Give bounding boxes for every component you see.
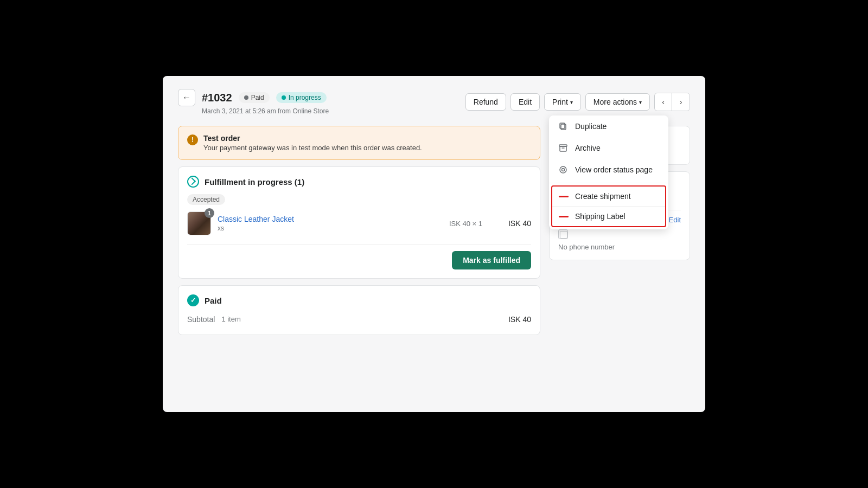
- screen-wrapper: ← #1032 Paid In progress March 3, 2021 a…: [0, 0, 868, 488]
- product-variant: xs: [218, 224, 294, 232]
- header-left: ← #1032 Paid In progress: [178, 89, 329, 106]
- alert-content: Test order Your payment gateway was in t…: [203, 134, 422, 152]
- nav-next-button[interactable]: ›: [672, 93, 690, 111]
- nav-prev-button[interactable]: ‹: [655, 93, 672, 111]
- product-price-total: ISK 40: [508, 219, 531, 228]
- dropdown-archive[interactable]: Archive: [549, 137, 668, 159]
- archive-icon: [558, 143, 569, 153]
- edit-button[interactable]: Edit: [510, 93, 540, 111]
- fulfillment-progress-icon: [187, 176, 199, 188]
- product-name-link[interactable]: Classic Leather Jacket: [218, 215, 294, 223]
- paid-label: Paid: [251, 94, 264, 101]
- paid-dot: [244, 95, 248, 100]
- shipping-label-icon: [559, 216, 569, 217]
- subtotal-qty: 1 item: [221, 315, 240, 324]
- product-info: Classic Leather Jacket xs: [218, 215, 294, 232]
- fulfillment-header: Fulfillment in progress (1): [187, 176, 531, 188]
- order-number: #1032: [202, 92, 232, 104]
- alert-icon: !: [187, 134, 198, 145]
- dropdown-create-shipment[interactable]: Create shipment: [552, 187, 665, 206]
- alert-text: Your payment gateway was in test mode wh…: [203, 144, 422, 152]
- inprogress-label: In progress: [289, 94, 321, 101]
- dropdown-shipping-label[interactable]: Shipping Label: [552, 207, 665, 226]
- more-actions-button[interactable]: More actions ▾: [585, 93, 650, 111]
- page-header: ← #1032 Paid In progress March 3, 2021 a…: [178, 89, 690, 115]
- dropdown-menu: Duplicate Archive: [549, 115, 668, 229]
- refund-button[interactable]: Refund: [465, 93, 506, 111]
- mark-fulfilled-button[interactable]: Mark as fulfilled: [452, 251, 531, 269]
- badge-inprogress: In progress: [276, 92, 327, 103]
- alert-banner: ! Test order Your payment gateway was in…: [178, 126, 540, 160]
- dropdown-divider: [549, 183, 668, 183]
- badge-paid: Paid: [239, 92, 270, 103]
- svg-point-3: [560, 166, 566, 173]
- quantity-badge: 1: [205, 208, 214, 218]
- print-label: Print: [552, 98, 568, 106]
- product-thumb-wrap: 1: [187, 211, 211, 235]
- alert-title: Test order: [203, 134, 422, 143]
- back-button[interactable]: ←: [178, 89, 195, 106]
- archive-label: Archive: [575, 144, 601, 152]
- fulfillment-title: Fulfillment in progress (1): [205, 177, 304, 187]
- dropdown-duplicate[interactable]: Duplicate: [549, 115, 668, 137]
- paid-title: Paid: [205, 296, 222, 305]
- print-chevron-icon: ▾: [570, 99, 573, 105]
- svg-point-4: [562, 169, 565, 171]
- contact-edit-button[interactable]: Edit: [669, 216, 681, 224]
- print-button[interactable]: Print ▾: [544, 93, 581, 111]
- order-date: March 3, 2021 at 5:26 am from Online Sto…: [202, 107, 329, 115]
- paid-subtotal-row: Subtotal 1 item ISK 40: [187, 313, 531, 326]
- nav-buttons: ‹ ›: [654, 93, 690, 111]
- header-actions: Refund Edit Print ▾ More actions ▾ ‹ ›: [465, 93, 690, 111]
- copy-icon[interactable]: [558, 229, 568, 239]
- product-price-unit: ISK 40 × 1: [449, 220, 482, 228]
- more-actions-label: More actions: [593, 98, 637, 106]
- fulfillment-card: Fulfillment in progress (1) Accepted 1 C…: [178, 166, 540, 279]
- accepted-badge: Accepted: [187, 194, 225, 205]
- shipment-section: Create shipment Shipping Label: [551, 185, 666, 227]
- paid-check-icon: ✓: [187, 294, 199, 306]
- inprogress-dot: [282, 95, 286, 100]
- create-shipment-icon: [559, 196, 569, 197]
- left-column: ! Test order Your payment gateway was in…: [178, 126, 540, 393]
- duplicate-icon: [558, 121, 569, 132]
- subtotal-price: ISK 40: [508, 315, 531, 324]
- page-area: ← #1032 Paid In progress March 3, 2021 a…: [163, 76, 705, 412]
- duplicate-label: Duplicate: [575, 122, 607, 131]
- fulfillment-card-footer: Mark as fulfilled: [187, 244, 531, 269]
- dropdown-view-order[interactable]: View order status page: [549, 159, 668, 181]
- product-pricing: ISK 40 × 1 ISK 40: [449, 219, 531, 228]
- view-order-icon: [558, 164, 569, 175]
- paid-header: ✓ Paid: [187, 294, 531, 306]
- product-row: 1 Classic Leather Jacket xs ISK 40 × 1 I…: [187, 211, 531, 235]
- create-shipment-label: Create shipment: [575, 192, 631, 201]
- view-order-label: View order status page: [575, 165, 653, 174]
- more-actions-chevron-icon: ▾: [639, 99, 642, 105]
- shipping-label-label: Shipping Label: [575, 212, 626, 221]
- paid-card: ✓ Paid Subtotal 1 item ISK 40: [178, 285, 540, 335]
- no-phone: No phone number: [558, 243, 681, 251]
- subtotal-label: Subtotal: [187, 315, 215, 324]
